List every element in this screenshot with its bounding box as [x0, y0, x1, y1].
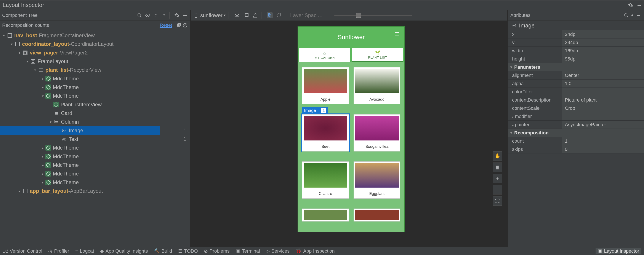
attributes-section-parameters[interactable]: Parameters	[508, 63, 644, 71]
recomposition-label: Recomposition counts	[2, 22, 49, 28]
tree-node[interactable]: AbText	[0, 135, 160, 144]
minimize-icon[interactable]	[182, 12, 188, 18]
refresh-icon[interactable]	[276, 12, 282, 18]
gear-icon[interactable]	[174, 12, 180, 18]
eye-icon[interactable]	[145, 12, 151, 18]
attribute-row[interactable]: modifier	[508, 112, 644, 121]
attributes-selected-node: Image	[508, 21, 644, 30]
attribute-row[interactable]: skips0	[508, 145, 644, 153]
bottom-tab[interactable]: ▣Terminal	[236, 248, 260, 254]
recomposition-count	[160, 66, 190, 74]
gear-icon[interactable]	[629, 12, 635, 18]
tree-node[interactable]: MdcTheme	[0, 178, 160, 187]
attribute-row[interactable]: count1	[508, 137, 644, 145]
plant-card-selected[interactable]: Image1 Beet	[302, 114, 349, 152]
minimize-icon[interactable]	[636, 2, 642, 8]
attribute-row[interactable]: height95dp	[508, 55, 644, 63]
tree-node[interactable]: Column	[0, 118, 160, 126]
expand-icon[interactable]	[161, 12, 167, 18]
gear-icon[interactable]	[628, 2, 634, 8]
attributes-section-recomposition[interactable]: Recomposition	[508, 129, 644, 137]
live-updates-toggle[interactable]	[267, 12, 273, 18]
tree-node[interactable]: MdcTheme	[0, 144, 160, 152]
attribute-row[interactable]: contentDescriptionPicture of plant	[508, 96, 644, 104]
recomposition-count	[160, 144, 190, 152]
attribute-row[interactable]: painterAsyncImagePainter	[508, 121, 644, 129]
tool-window-title: Layout Inspector	[2, 2, 44, 8]
reset-link[interactable]: Reset	[160, 22, 172, 28]
tree-node[interactable]: nav_host - FragmentContainerView	[0, 31, 160, 40]
plant-card[interactable]	[302, 209, 349, 222]
eye-icon[interactable]	[234, 12, 240, 18]
attribute-row[interactable]: contentScaleCrop	[508, 104, 644, 112]
layout-canvas[interactable]: Sunflower ☰ ⌂MY GARDEN 🌱PLANT LIST Apple…	[191, 21, 507, 247]
tree-node[interactable]: FrameLayout	[0, 57, 160, 66]
attribute-row[interactable]: alignmentCenter	[508, 71, 644, 79]
copy-icon[interactable]	[176, 22, 182, 28]
attribute-row[interactable]: width169dp	[508, 47, 644, 55]
pan-button[interactable]: ✋	[492, 151, 502, 161]
attribute-row[interactable]: x24dp	[508, 30, 644, 38]
bottom-tab[interactable]: ◆App Quality Insights	[100, 248, 148, 254]
attributes-toolbar: Attributes	[508, 10, 644, 21]
tree-node[interactable]: MdcTheme	[0, 161, 160, 169]
recomposition-count	[160, 187, 190, 195]
plant-card[interactable]: Apple	[302, 67, 349, 104]
plant-card[interactable]: Eggplant	[354, 161, 400, 199]
bottom-tab-active[interactable]: ▣Layout Inspector	[596, 248, 642, 254]
plant-card[interactable]: Cilantro	[302, 161, 349, 199]
tree-node[interactable]: MdcTheme	[0, 83, 160, 92]
attribute-row[interactable]: colorFilter	[508, 88, 644, 96]
recomposition-count	[160, 31, 190, 40]
svg-rect-9	[8, 33, 12, 37]
snapshot-icon[interactable]	[243, 12, 249, 18]
tree-node[interactable]: MdcTheme	[0, 92, 160, 100]
svg-rect-11	[23, 51, 27, 55]
component-tree[interactable]: nav_host - FragmentContainerViewcoordina…	[0, 30, 160, 247]
tree-node[interactable]: PlantListItemView	[0, 100, 160, 109]
layer-spacing-slider[interactable]	[334, 15, 412, 16]
bottom-tab[interactable]: ▷Services	[266, 248, 290, 254]
attribute-row[interactable]: y334dp	[508, 38, 644, 47]
bottom-tab[interactable]: ⎇Version Control	[2, 248, 42, 254]
tree-node[interactable]: view_pager - ViewPager2	[0, 48, 160, 57]
filter-icon[interactable]: ☰	[393, 30, 401, 38]
viewgroup-icon	[22, 49, 28, 56]
attribute-row[interactable]: alpha1.0	[508, 79, 644, 88]
recomposition-count	[160, 169, 190, 178]
zoom-in-button[interactable]: ＋	[492, 174, 502, 183]
search-icon[interactable]	[136, 12, 142, 18]
compose-icon	[46, 171, 51, 177]
layer-spacing-label: Layer Spaci…	[290, 12, 329, 18]
bottom-tab[interactable]: 🔨Build	[154, 248, 172, 254]
recomposition-count	[160, 118, 190, 126]
collapse-icon[interactable]	[153, 12, 159, 18]
minimize-icon[interactable]	[635, 12, 642, 18]
bottom-tab[interactable]: ⊘Problems	[204, 248, 230, 254]
tab-my-garden[interactable]: ⌂MY GARDEN	[299, 48, 350, 62]
tree-node[interactable]: Card	[0, 109, 160, 118]
tree-node[interactable]: Image	[0, 126, 160, 135]
bottom-tab[interactable]: ☰TODO	[178, 248, 198, 254]
tree-node[interactable]: plant_list - RecyclerView	[0, 66, 160, 74]
bottom-tab[interactable]: ≡Logcat	[75, 248, 94, 254]
plant-card[interactable]: Bougainvillea	[354, 114, 400, 152]
recomposition-counts-column: 11	[160, 30, 190, 247]
plant-card[interactable]	[354, 209, 400, 222]
zoom-out-button[interactable]: －	[492, 185, 502, 195]
plant-card[interactable]: Avocado	[354, 67, 400, 104]
bottom-tab[interactable]: 🐞App Inspection	[296, 248, 335, 254]
tree-node[interactable]: app_bar_layout - AppBarLayout	[0, 187, 160, 195]
tree-node[interactable]: MdcTheme	[0, 74, 160, 83]
tree-node[interactable]: coordinator_layout - CoordinatorLayout	[0, 40, 160, 48]
tab-plant-list[interactable]: 🌱PLANT LIST	[352, 48, 403, 62]
search-icon[interactable]	[623, 12, 629, 18]
bottom-tab[interactable]: ◷Profiler	[48, 248, 69, 254]
zoom-fit-button[interactable]: ⛶	[492, 196, 502, 206]
device-selector[interactable]: sunflower ▾	[193, 12, 226, 18]
disable-icon[interactable]	[182, 22, 188, 28]
export-icon[interactable]	[252, 12, 258, 18]
mode-3d-button[interactable]: ▣	[492, 163, 502, 172]
tree-node[interactable]: MdcTheme	[0, 169, 160, 178]
tree-node[interactable]: MdcTheme	[0, 152, 160, 161]
